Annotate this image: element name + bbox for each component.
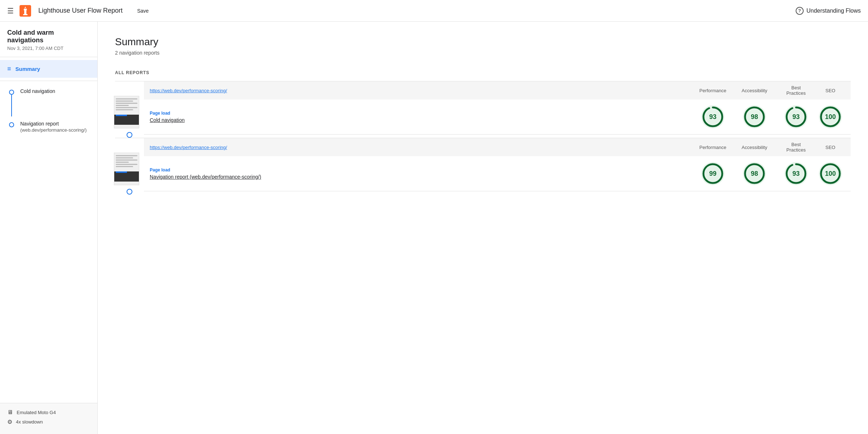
sidebar-item-nav-report[interactable]: Navigation report (web.dev/performance-s… <box>16 116 87 137</box>
report-info-1: Page load Cold navigation <box>150 111 693 123</box>
svg-rect-3 <box>23 14 27 15</box>
score-seo-1: 100 <box>816 105 845 128</box>
perf-col-header-1: Performance <box>693 88 733 93</box>
sidebar-nav: ≡ Summary <box>0 57 97 81</box>
score-accessibility-2: 98 <box>733 162 776 185</box>
seo-col-header-1: SEO <box>816 88 845 93</box>
sidebar-flow-items: Cold navigation Navigation report (web.d… <box>0 81 97 143</box>
summary-subheading: 2 navigation reports <box>115 50 851 56</box>
flow-timeline-2 <box>7 116 16 127</box>
summary-heading: Summary <box>115 36 851 48</box>
score-circle-access-1: 98 <box>743 105 766 128</box>
report-info-2: Page load Navigation report (web.dev/per… <box>150 167 693 180</box>
summary-label: Summary <box>16 66 40 72</box>
access-col-header-1: Accessibility <box>733 88 776 93</box>
score-bp-2: 93 <box>776 162 816 185</box>
score-performance-2: 99 <box>693 162 733 185</box>
app-header: ☰ Lighthouse User Flow Report Save ? Und… <box>0 0 868 22</box>
project-name: Cold and warm navigations <box>7 29 90 44</box>
cpu-icon: ⚙ <box>7 418 12 425</box>
flow-timeline-1 <box>7 84 16 116</box>
menu-icon[interactable]: ☰ <box>7 7 14 15</box>
bp-col-header-1: BestPractices <box>776 85 816 96</box>
seo-col-header-2: SEO <box>816 145 845 150</box>
report-content-1: https://web.dev/performance-scoring/ Per… <box>144 81 851 138</box>
device-info: 🖥 Emulated Moto G4 <box>7 409 90 416</box>
report-data-row-1: Page load Cold navigation 93 <box>144 99 851 135</box>
sidebar-item-summary[interactable]: ≡ Summary <box>0 60 97 78</box>
svg-rect-4 <box>25 8 26 9</box>
score-accessibility-1: 98 <box>733 105 776 128</box>
nav-link-2[interactable]: Navigation report (web.dev/performance-s… <box>150 174 261 180</box>
score-performance-1: 93 <box>693 105 733 128</box>
score-circle-seo-1: 100 <box>819 105 842 128</box>
main-content: Summary 2 navigation reports ALL REPORTS <box>98 22 868 434</box>
report-block-1: https://web.dev/performance-scoring/ Per… <box>115 81 851 138</box>
flow-dot-1 <box>9 90 14 95</box>
score-circle-perf-1: 93 <box>701 105 724 128</box>
list-icon: ≡ <box>7 65 11 73</box>
nav-link-1[interactable]: Cold navigation <box>150 117 185 123</box>
sidebar: Cold and warm navigations Nov 3, 2021, 7… <box>0 22 98 434</box>
report-header-row-1: https://web.dev/performance-scoring/ Per… <box>144 81 851 99</box>
header-right: ? Understanding Flows <box>796 7 861 15</box>
report-timeline-1 <box>115 81 144 138</box>
flow-line-1 <box>11 95 12 116</box>
score-circle-seo-2: 100 <box>819 162 842 185</box>
bp-col-header-2: BestPractices <box>776 142 816 153</box>
understanding-flows-link[interactable]: Understanding Flows <box>807 8 861 14</box>
sidebar-footer: 🖥 Emulated Moto G4 ⚙ 4x slowdown <box>0 403 97 434</box>
score-circle-bp-1: 93 <box>784 105 808 128</box>
main-layout: Cold and warm navigations Nov 3, 2021, 7… <box>0 22 868 434</box>
report-thumbnail-2 <box>114 153 139 185</box>
report-dot-2 <box>127 189 132 195</box>
all-reports-label: ALL REPORTS <box>115 70 851 75</box>
flow-item-1: Cold navigation <box>0 84 97 116</box>
score-seo-2: 100 <box>816 162 845 185</box>
lighthouse-logo <box>20 5 31 17</box>
report-block-2: https://web.dev/performance-scoring/ Per… <box>115 138 851 195</box>
report-content-2: https://web.dev/performance-scoring/ Per… <box>144 138 851 195</box>
project-info: Cold and warm navigations Nov 3, 2021, 7… <box>0 22 97 57</box>
app-title: Lighthouse User Flow Report <box>38 7 123 14</box>
page-load-label-1: Page load Cold navigation <box>150 111 185 123</box>
report-url-1[interactable]: https://web.dev/performance-scoring/ <box>150 88 693 93</box>
project-date: Nov 3, 2021, 7:00 AM CDT <box>7 46 90 51</box>
device-label: Emulated Moto G4 <box>17 410 56 415</box>
slowdown-label: 4x slowdown <box>16 419 43 425</box>
report-timeline-2 <box>115 138 144 195</box>
report-header-row-2: https://web.dev/performance-scoring/ Per… <box>144 138 851 156</box>
report-data-row-2: Page load Navigation report (web.dev/per… <box>144 156 851 191</box>
perf-col-header-2: Performance <box>693 145 733 150</box>
flow-dot-2 <box>9 122 14 127</box>
score-circle-access-2: 98 <box>743 162 766 185</box>
access-col-header-2: Accessibility <box>733 145 776 150</box>
header-left: ☰ Lighthouse User Flow Report Save <box>7 5 149 17</box>
save-button[interactable]: Save <box>137 8 149 14</box>
score-circle-perf-2: 99 <box>701 162 724 185</box>
slowdown-info: ⚙ 4x slowdown <box>7 418 90 425</box>
device-icon: 🖥 <box>7 409 13 416</box>
report-url-2[interactable]: https://web.dev/performance-scoring/ <box>150 145 693 150</box>
report-dot-1 <box>127 132 132 138</box>
sidebar-item-cold-navigation[interactable]: Cold navigation <box>16 84 55 98</box>
question-icon: ? <box>796 7 804 15</box>
flow-item-2: Navigation report (web.dev/performance-s… <box>0 116 97 137</box>
page-load-info-2: Page load Navigation report (web.dev/per… <box>150 167 261 180</box>
report-thumbnail-1 <box>114 96 139 128</box>
score-circle-bp-2: 93 <box>784 162 808 185</box>
score-bp-1: 93 <box>776 105 816 128</box>
